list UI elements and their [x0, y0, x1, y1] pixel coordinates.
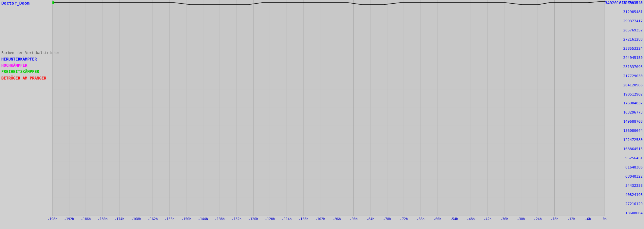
x-label: -144h — [198, 217, 208, 221]
x-label: -186h — [81, 217, 91, 221]
legend-item: HOCHKÄMPFER — [1, 62, 60, 69]
legend-item: HERUNTERKÄMPFER — [1, 56, 60, 62]
y-label: 163296773 — [606, 110, 643, 114]
x-label: -6h — [585, 217, 591, 221]
x-label: -132h — [232, 217, 241, 221]
y-label: 204120966 — [606, 83, 643, 87]
x-label: -66h — [417, 217, 425, 221]
x-label: 0h — [603, 217, 607, 221]
x-label: -84h — [367, 217, 374, 221]
y-label: 122472580 — [606, 138, 643, 142]
x-label: -54h — [450, 217, 458, 221]
svg-point-59 — [52, 1, 54, 4]
x-label: -24h — [534, 217, 542, 221]
x-label: -12h — [567, 217, 575, 221]
y-label: 258553224 — [606, 46, 643, 51]
y-label: 54432258 — [606, 184, 643, 188]
x-label: -48h — [467, 217, 475, 221]
grid-svg — [52, 0, 605, 216]
x-label: -78h — [383, 217, 391, 221]
x-label: -108h — [298, 217, 308, 221]
x-label: -162h — [148, 217, 158, 221]
y-label: 68040322 — [606, 174, 643, 179]
legend-title: Farben der Vertikalstriche: — [1, 51, 60, 55]
legend: Farben der Vertikalstriche: HERUNTERKÄMP… — [1, 51, 60, 81]
x-label: -192h — [64, 217, 74, 221]
chart-container: Doctor_Doom 340201610 Punkte 32659354631… — [0, 0, 644, 229]
x-label: -18h — [551, 217, 559, 221]
x-axis: -198h-192h-186h-180h-174h-168h-162h-156h… — [52, 216, 605, 229]
y-label: 285769352 — [606, 28, 643, 32]
x-label: -42h — [483, 217, 491, 221]
y-label: 136080644 — [606, 129, 643, 133]
y-label: 299377417 — [606, 19, 643, 23]
y-axis: 3265935463129854812993774172857693522721… — [605, 0, 644, 216]
x-label: -180h — [98, 217, 107, 221]
y-label: 190512902 — [606, 92, 643, 97]
y-label: 149688708 — [606, 119, 643, 124]
y-label: 217729030 — [606, 74, 643, 78]
x-label: -30h — [517, 217, 525, 221]
x-label: -156h — [165, 217, 175, 221]
x-label: -36h — [500, 217, 508, 221]
x-label: -90h — [350, 217, 358, 221]
y-label: 95256451 — [606, 156, 643, 160]
x-label: -168h — [131, 217, 141, 221]
y-label: 176904837 — [606, 101, 643, 105]
x-label: -102h — [315, 217, 325, 221]
y-label: 244945159 — [606, 56, 643, 60]
x-label: -72h — [400, 217, 408, 221]
y-label: 40824193 — [606, 193, 643, 197]
y-label: 272161288 — [606, 37, 643, 42]
grid-area — [52, 0, 605, 216]
y-label: 312985481 — [606, 10, 643, 14]
legend-items: HERUNTERKÄMPFERHOCHKÄMPFERFREIHEITSKÄMPF… — [1, 56, 60, 81]
y-label: 108864515 — [606, 147, 643, 151]
x-label: -60h — [433, 217, 441, 221]
y-label: 27216129 — [606, 202, 643, 206]
legend-item: BETRÜGER AM PRANGER — [1, 75, 60, 81]
x-label: -150h — [181, 217, 191, 221]
y-label: 326593546 — [606, 1, 643, 5]
x-label: -120h — [265, 217, 275, 221]
player-name: Doctor_Doom — [1, 1, 29, 6]
x-label: -96h — [333, 217, 341, 221]
y-label: 81648386 — [606, 165, 643, 169]
y-label: 13608064 — [606, 211, 643, 215]
y-label: 231337095 — [606, 65, 643, 69]
x-label: -198h — [47, 217, 57, 221]
x-label: -174h — [114, 217, 124, 221]
legend-item: FREIHEITSKÄMPFER — [1, 69, 60, 75]
x-label: -138h — [215, 217, 225, 221]
x-label: -114h — [282, 217, 292, 221]
x-label: -126h — [248, 217, 258, 221]
